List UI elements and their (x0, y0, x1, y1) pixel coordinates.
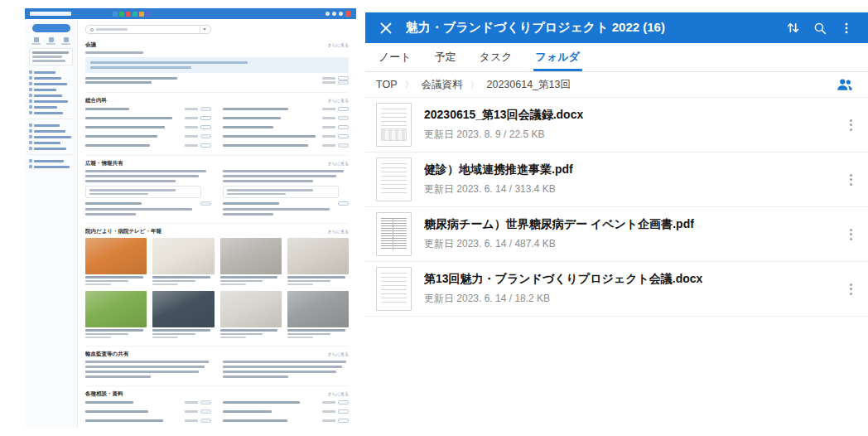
more-link[interactable]: さらに見る (328, 97, 349, 104)
members-icon[interactable] (832, 72, 857, 97)
help-icon[interactable] (332, 12, 336, 16)
search-input[interactable] (85, 25, 211, 34)
file-thumbnail (376, 157, 412, 201)
list-item[interactable] (223, 409, 349, 414)
list-item[interactable] (85, 125, 211, 129)
file-row[interactable]: 健診）地域連携推進事業.pdf 更新日 2023. 6. 14 / 313.4 … (365, 153, 868, 207)
breadcrumb-item-top[interactable]: TOP (376, 79, 397, 90)
photo-item[interactable] (220, 238, 282, 285)
list-item[interactable] (223, 125, 349, 129)
list-item[interactable] (85, 80, 349, 85)
text-bar (223, 410, 272, 413)
search-icon[interactable] (809, 17, 831, 39)
photo-item[interactable] (85, 291, 147, 338)
app-icon[interactable] (126, 12, 131, 17)
app-icon[interactable] (139, 12, 144, 17)
close-icon[interactable] (376, 18, 396, 38)
breadcrumb-item-current: 20230614_第13回 (486, 78, 570, 92)
list-item[interactable] (223, 134, 349, 138)
tab-task[interactable]: タスク (479, 43, 514, 71)
file-row[interactable]: 糖尿病チーム）世界糖尿病デー イベント企画書.pdf 更新日 2023. 6. … (365, 207, 868, 262)
inbox-icon[interactable] (31, 37, 41, 45)
file-name: 20230615_第13回会議録.docx (424, 108, 832, 123)
photo-item[interactable] (287, 238, 349, 285)
sidebar-link[interactable] (29, 99, 73, 103)
sidebar-link[interactable] (29, 105, 73, 109)
more-icon[interactable] (836, 17, 857, 39)
list-item[interactable] (223, 107, 349, 111)
text-bar (34, 142, 60, 144)
photo-item[interactable] (287, 291, 349, 338)
file-menu-icon[interactable] (845, 114, 857, 136)
file-menu-icon[interactable] (845, 224, 857, 245)
app-icon[interactable] (119, 12, 124, 17)
list-item[interactable] (85, 409, 211, 414)
photo-item[interactable] (152, 238, 214, 285)
portal-app-icons (113, 12, 151, 17)
list-item[interactable] (85, 400, 211, 405)
photo-item[interactable] (85, 238, 147, 285)
sidebar-link[interactable] (29, 111, 73, 114)
list-item[interactable] (223, 143, 349, 148)
section-rows (85, 400, 349, 428)
file-menu-icon[interactable] (845, 169, 857, 191)
app-icon[interactable] (146, 12, 151, 17)
section-columns (85, 170, 349, 216)
text-bar (185, 144, 198, 147)
tasks-icon[interactable] (61, 37, 70, 45)
bell-icon[interactable] (326, 12, 330, 16)
sidebar-link[interactable] (29, 124, 73, 127)
folder-app-window: 魅力・ブランドづくりプロジェクト 2022 (16) ノート 予定 タスク フォ… (365, 12, 868, 317)
sort-icon[interactable] (782, 17, 804, 39)
sidebar-link[interactable] (29, 76, 73, 80)
list-item[interactable] (85, 116, 211, 120)
sidebar-link[interactable] (29, 141, 73, 144)
portal-section: 総合内科さらに見る (85, 92, 349, 148)
sidebar-link[interactable] (29, 159, 73, 162)
list-item[interactable] (223, 116, 349, 120)
list-item[interactable] (223, 419, 349, 423)
more-link[interactable]: さらに見る (328, 160, 349, 167)
sidebar-link[interactable] (29, 135, 73, 138)
compose-button[interactable] (32, 24, 70, 32)
text-bar (227, 193, 286, 196)
calendar-icon[interactable] (46, 37, 55, 45)
file-row[interactable]: 20230615_第13回会議録.docx 更新日 2023. 8. 9 / 2… (365, 98, 868, 153)
sidebar-link[interactable] (29, 165, 73, 168)
sidebar-link[interactable] (29, 147, 73, 150)
text-bar (90, 66, 191, 69)
file-row[interactable]: 第13回魅力・ブランドづくりプロジェクト会議.docx 更新日 2023. 6.… (365, 262, 868, 317)
more-link[interactable]: さらに見る (328, 351, 349, 357)
list-item[interactable] (223, 400, 349, 405)
sidebar-link[interactable] (29, 82, 73, 85)
text-bar (85, 202, 142, 205)
text-bar (223, 170, 344, 172)
sidebar-link[interactable] (29, 94, 73, 97)
settings-icon[interactable] (339, 12, 343, 16)
file-menu-icon[interactable] (845, 279, 857, 300)
section-header: 広報・情報共有さらに見る (85, 160, 349, 167)
more-link[interactable]: さらに見る (328, 228, 349, 235)
list-item[interactable] (85, 134, 211, 138)
sidebar-link[interactable] (29, 88, 73, 91)
list-item[interactable] (85, 419, 211, 423)
tab-schedule[interactable]: 予定 (434, 43, 457, 71)
text-bar (34, 71, 55, 74)
more-link[interactable]: さらに見る (328, 41, 349, 48)
app-icon[interactable] (113, 12, 118, 17)
file-info: 第13回魅力・ブランドづくりプロジェクト会議.docx 更新日 2023. 6.… (424, 272, 832, 306)
list-item[interactable] (223, 201, 349, 206)
breadcrumb-item-folder[interactable]: 会議資料 (421, 78, 462, 92)
tab-note[interactable]: ノート (378, 43, 412, 71)
photo-item[interactable] (220, 291, 282, 338)
avatar[interactable] (345, 11, 351, 17)
photo-item[interactable] (152, 291, 214, 338)
more-link[interactable]: さらに見る (328, 390, 349, 397)
app-icon[interactable] (133, 12, 137, 17)
sidebar-link[interactable] (29, 129, 73, 133)
list-item[interactable] (85, 143, 211, 148)
list-item[interactable] (85, 107, 211, 111)
tab-folder[interactable]: フォルダ (535, 43, 581, 71)
list-item[interactable] (85, 201, 211, 206)
sidebar-link[interactable] (29, 70, 73, 74)
